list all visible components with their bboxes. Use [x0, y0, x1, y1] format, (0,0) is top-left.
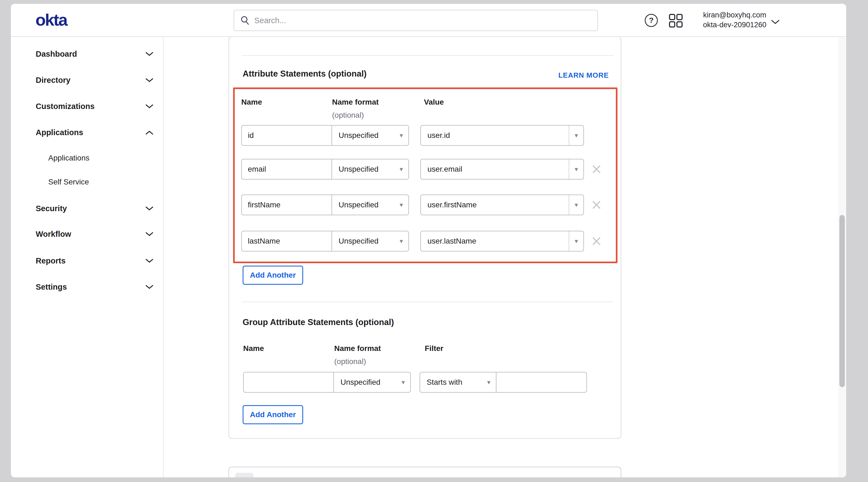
sidebar-item-reports[interactable]: Reports — [36, 254, 153, 267]
app-switcher-icon[interactable] — [669, 13, 683, 28]
attribute-statements-title: Attribute Statements (optional) — [243, 69, 367, 79]
group-filter-value-input[interactable] — [496, 372, 587, 393]
sidebar-item-applications[interactable]: Applications — [36, 126, 153, 139]
attr-value-combobox[interactable]: ▾ — [421, 195, 584, 215]
attr-name-input[interactable] — [241, 195, 332, 215]
select-arrow-icon: ▾ — [400, 238, 403, 245]
sidebar-item-directory[interactable]: Directory — [36, 73, 153, 87]
attr-name-input[interactable] — [241, 159, 332, 180]
select-arrow-icon: ▾ — [487, 379, 490, 386]
attr-name-format-select[interactable]: Unspecified ▾ — [332, 195, 409, 215]
attribute-row: Unspecified ▾ ▾ — [241, 159, 602, 180]
column-note-optional: (optional) — [332, 111, 364, 120]
attr-name-input[interactable] — [241, 125, 332, 146]
account-org: okta-dev-20901260 — [690, 20, 779, 30]
group-filter-type-select[interactable]: Starts with ▾ — [420, 372, 496, 393]
column-header-filter: Filter — [425, 344, 443, 353]
attribute-row: Unspecified ▾ ▾ — [241, 231, 602, 252]
sidebar-item-applications-sub[interactable]: Applications — [48, 152, 153, 164]
attribute-statements-highlight-box: Name Name format (optional) Value Unspec… — [233, 88, 617, 263]
sidebar-item-security[interactable]: Security — [36, 202, 153, 215]
attr-value-combobox[interactable]: ▾ — [421, 159, 584, 180]
select-arrow-icon: ▾ — [400, 166, 403, 172]
select-arrow-icon: ▾ — [400, 132, 403, 139]
column-header-value: Value — [424, 98, 444, 106]
select-arrow-icon: ▾ — [400, 202, 403, 208]
global-search[interactable] — [234, 10, 598, 31]
attr-name-format-select[interactable]: Unspecified ▾ — [332, 159, 409, 180]
chevron-down-icon — [145, 285, 153, 289]
attr-name-format-select[interactable]: Unspecified ▾ — [332, 125, 409, 146]
search-input[interactable] — [254, 16, 591, 25]
add-another-attribute-button[interactable]: Add Another — [243, 266, 303, 285]
section-divider — [242, 55, 613, 56]
attr-value-combobox[interactable]: ▾ — [421, 231, 584, 252]
column-header-name-format: Name format — [334, 344, 381, 353]
group-attribute-statements-title: Group Attribute Statements (optional) — [243, 317, 394, 327]
column-header-name: Name — [241, 98, 262, 106]
sidebar-item-dashboard[interactable]: Dashboard — [36, 47, 153, 61]
combobox-dropdown-button[interactable]: ▾ — [569, 159, 583, 179]
scrollbar-thumb[interactable] — [839, 215, 845, 387]
group-attribute-row: Unspecified ▾ Starts with ▾ — [243, 372, 587, 393]
select-arrow-icon: ▾ — [575, 238, 578, 245]
sidebar-item-settings[interactable]: Settings — [36, 280, 153, 293]
remove-row-icon[interactable] — [591, 236, 602, 247]
account-chevron-down-icon[interactable] — [771, 20, 780, 25]
chevron-down-icon — [145, 232, 153, 236]
chevron-down-icon — [145, 259, 153, 263]
sidebar-item-self-service[interactable]: Self Service — [48, 176, 153, 188]
help-glyph: ? — [649, 16, 653, 25]
select-arrow-icon: ▾ — [402, 379, 405, 386]
preview-placeholder — [235, 473, 253, 477]
select-arrow-icon: ▾ — [575, 202, 578, 208]
saml-settings-panel: Attribute Statements (optional) LEARN MO… — [228, 37, 621, 439]
attr-value-input[interactable] — [421, 231, 569, 251]
chevron-up-icon — [145, 130, 153, 135]
help-icon[interactable]: ? — [645, 14, 658, 27]
next-section-panel — [228, 467, 621, 477]
group-attr-name-format-select[interactable]: Unspecified ▾ — [333, 372, 411, 393]
okta-logo[interactable]: okta — [35, 11, 67, 28]
attribute-row: Unspecified ▾ ▾ — [241, 125, 584, 146]
okta-admin-window: okta ? kiran@boxyhq.com okta-dev — [11, 4, 846, 477]
topbar: okta ? kiran@boxyhq.com okta-dev — [11, 4, 846, 37]
scrollbar-track[interactable] — [838, 37, 846, 477]
select-arrow-icon: ▾ — [575, 166, 578, 172]
attr-name-format-select[interactable]: Unspecified ▾ — [332, 231, 409, 252]
combobox-dropdown-button[interactable]: ▾ — [569, 126, 583, 145]
attribute-row: Unspecified ▾ ▾ — [241, 195, 602, 215]
column-header-name-format: Name format — [332, 98, 379, 106]
attr-value-input[interactable] — [421, 159, 569, 179]
chevron-down-icon — [145, 206, 153, 211]
sidebar-nav: Dashboard Directory Customizations Appli… — [11, 37, 163, 477]
chevron-down-icon — [145, 52, 153, 56]
column-header-name: Name — [243, 344, 264, 353]
attr-name-input[interactable] — [241, 231, 332, 252]
attr-value-input[interactable] — [421, 195, 569, 215]
remove-row-icon[interactable] — [591, 164, 602, 175]
learn-more-link[interactable]: LEARN MORE — [558, 71, 609, 79]
chevron-down-icon — [145, 104, 153, 109]
group-attr-name-input[interactable] — [243, 372, 334, 393]
combobox-dropdown-button[interactable]: ▾ — [569, 231, 583, 251]
section-divider — [242, 301, 613, 302]
remove-row-icon[interactable] — [591, 199, 602, 210]
sidebar-item-customizations[interactable]: Customizations — [36, 100, 153, 113]
attr-value-input[interactable] — [421, 126, 569, 145]
account-email: kiran@boxyhq.com — [690, 10, 779, 20]
add-another-group-attribute-button[interactable]: Add Another — [243, 405, 303, 424]
account-menu[interactable]: kiran@boxyhq.com okta-dev-20901260 — [690, 10, 779, 30]
column-note-optional: (optional) — [334, 357, 366, 366]
sidebar-item-workflow[interactable]: Workflow — [36, 227, 153, 240]
desktop-background: { "topbar": { "logo_text": "okta", "sear… — [0, 0, 868, 482]
select-arrow-icon: ▾ — [575, 132, 578, 139]
attr-value-combobox[interactable]: ▾ — [421, 125, 584, 146]
main-content: Attribute Statements (optional) LEARN MO… — [164, 37, 846, 477]
chevron-down-icon — [145, 78, 153, 83]
search-icon — [240, 15, 250, 25]
combobox-dropdown-button[interactable]: ▾ — [569, 195, 583, 215]
